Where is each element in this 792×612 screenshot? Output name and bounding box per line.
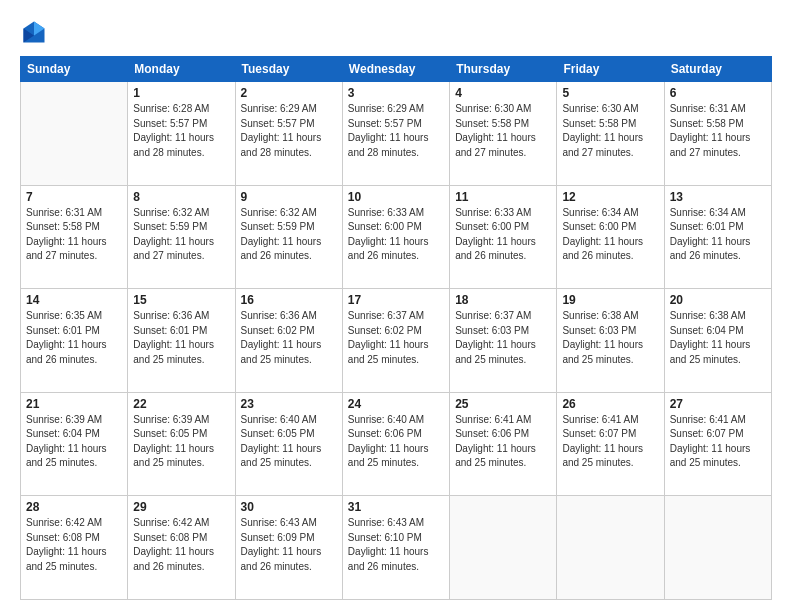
calendar-cell: 11Sunrise: 6:33 AM Sunset: 6:00 PM Dayli… [450, 185, 557, 289]
day-info: Sunrise: 6:30 AM Sunset: 5:58 PM Dayligh… [455, 102, 551, 160]
day-number: 16 [241, 293, 337, 307]
calendar-cell: 14Sunrise: 6:35 AM Sunset: 6:01 PM Dayli… [21, 289, 128, 393]
calendar-cell: 10Sunrise: 6:33 AM Sunset: 6:00 PM Dayli… [342, 185, 449, 289]
day-info: Sunrise: 6:37 AM Sunset: 6:02 PM Dayligh… [348, 309, 444, 367]
calendar-body: 1Sunrise: 6:28 AM Sunset: 5:57 PM Daylig… [21, 82, 772, 600]
day-info: Sunrise: 6:43 AM Sunset: 6:10 PM Dayligh… [348, 516, 444, 574]
header [20, 18, 772, 46]
calendar-weekday-sunday: Sunday [21, 57, 128, 82]
day-number: 20 [670, 293, 766, 307]
calendar-week-1: 7Sunrise: 6:31 AM Sunset: 5:58 PM Daylig… [21, 185, 772, 289]
calendar-week-3: 21Sunrise: 6:39 AM Sunset: 6:04 PM Dayli… [21, 392, 772, 496]
day-number: 24 [348, 397, 444, 411]
day-info: Sunrise: 6:40 AM Sunset: 6:06 PM Dayligh… [348, 413, 444, 471]
day-info: Sunrise: 6:41 AM Sunset: 6:06 PM Dayligh… [455, 413, 551, 471]
day-info: Sunrise: 6:34 AM Sunset: 6:00 PM Dayligh… [562, 206, 658, 264]
calendar-cell: 21Sunrise: 6:39 AM Sunset: 6:04 PM Dayli… [21, 392, 128, 496]
calendar-weekday-wednesday: Wednesday [342, 57, 449, 82]
calendar-cell: 7Sunrise: 6:31 AM Sunset: 5:58 PM Daylig… [21, 185, 128, 289]
day-number: 1 [133, 86, 229, 100]
day-number: 2 [241, 86, 337, 100]
day-info: Sunrise: 6:38 AM Sunset: 6:03 PM Dayligh… [562, 309, 658, 367]
day-number: 4 [455, 86, 551, 100]
calendar-cell: 15Sunrise: 6:36 AM Sunset: 6:01 PM Dayli… [128, 289, 235, 393]
day-info: Sunrise: 6:38 AM Sunset: 6:04 PM Dayligh… [670, 309, 766, 367]
day-number: 30 [241, 500, 337, 514]
calendar-cell: 26Sunrise: 6:41 AM Sunset: 6:07 PM Dayli… [557, 392, 664, 496]
calendar-cell: 30Sunrise: 6:43 AM Sunset: 6:09 PM Dayli… [235, 496, 342, 600]
calendar-cell: 25Sunrise: 6:41 AM Sunset: 6:06 PM Dayli… [450, 392, 557, 496]
calendar-cell: 20Sunrise: 6:38 AM Sunset: 6:04 PM Dayli… [664, 289, 771, 393]
day-info: Sunrise: 6:36 AM Sunset: 6:02 PM Dayligh… [241, 309, 337, 367]
day-number: 22 [133, 397, 229, 411]
day-number: 10 [348, 190, 444, 204]
calendar-cell: 3Sunrise: 6:29 AM Sunset: 5:57 PM Daylig… [342, 82, 449, 186]
day-info: Sunrise: 6:36 AM Sunset: 6:01 PM Dayligh… [133, 309, 229, 367]
calendar-table: SundayMondayTuesdayWednesdayThursdayFrid… [20, 56, 772, 600]
calendar-weekday-thursday: Thursday [450, 57, 557, 82]
calendar-cell: 1Sunrise: 6:28 AM Sunset: 5:57 PM Daylig… [128, 82, 235, 186]
calendar-weekday-monday: Monday [128, 57, 235, 82]
calendar-cell: 4Sunrise: 6:30 AM Sunset: 5:58 PM Daylig… [450, 82, 557, 186]
calendar-cell: 18Sunrise: 6:37 AM Sunset: 6:03 PM Dayli… [450, 289, 557, 393]
calendar-cell [664, 496, 771, 600]
day-info: Sunrise: 6:31 AM Sunset: 5:58 PM Dayligh… [670, 102, 766, 160]
day-info: Sunrise: 6:40 AM Sunset: 6:05 PM Dayligh… [241, 413, 337, 471]
calendar-cell: 31Sunrise: 6:43 AM Sunset: 6:10 PM Dayli… [342, 496, 449, 600]
calendar-cell: 9Sunrise: 6:32 AM Sunset: 5:59 PM Daylig… [235, 185, 342, 289]
day-number: 7 [26, 190, 122, 204]
calendar-week-4: 28Sunrise: 6:42 AM Sunset: 6:08 PM Dayli… [21, 496, 772, 600]
calendar-cell: 27Sunrise: 6:41 AM Sunset: 6:07 PM Dayli… [664, 392, 771, 496]
day-number: 31 [348, 500, 444, 514]
calendar-week-0: 1Sunrise: 6:28 AM Sunset: 5:57 PM Daylig… [21, 82, 772, 186]
day-info: Sunrise: 6:30 AM Sunset: 5:58 PM Dayligh… [562, 102, 658, 160]
day-info: Sunrise: 6:41 AM Sunset: 6:07 PM Dayligh… [562, 413, 658, 471]
calendar-weekday-friday: Friday [557, 57, 664, 82]
day-number: 21 [26, 397, 122, 411]
day-number: 8 [133, 190, 229, 204]
day-info: Sunrise: 6:28 AM Sunset: 5:57 PM Dayligh… [133, 102, 229, 160]
calendar-cell [450, 496, 557, 600]
day-number: 17 [348, 293, 444, 307]
calendar-cell: 19Sunrise: 6:38 AM Sunset: 6:03 PM Dayli… [557, 289, 664, 393]
day-number: 29 [133, 500, 229, 514]
day-info: Sunrise: 6:37 AM Sunset: 6:03 PM Dayligh… [455, 309, 551, 367]
calendar-header-row: SundayMondayTuesdayWednesdayThursdayFrid… [21, 57, 772, 82]
day-number: 19 [562, 293, 658, 307]
day-info: Sunrise: 6:39 AM Sunset: 6:04 PM Dayligh… [26, 413, 122, 471]
calendar-cell: 24Sunrise: 6:40 AM Sunset: 6:06 PM Dayli… [342, 392, 449, 496]
day-number: 14 [26, 293, 122, 307]
day-info: Sunrise: 6:41 AM Sunset: 6:07 PM Dayligh… [670, 413, 766, 471]
calendar-cell: 2Sunrise: 6:29 AM Sunset: 5:57 PM Daylig… [235, 82, 342, 186]
calendar-cell: 17Sunrise: 6:37 AM Sunset: 6:02 PM Dayli… [342, 289, 449, 393]
day-number: 13 [670, 190, 766, 204]
day-info: Sunrise: 6:32 AM Sunset: 5:59 PM Dayligh… [241, 206, 337, 264]
calendar-cell [21, 82, 128, 186]
calendar-cell: 8Sunrise: 6:32 AM Sunset: 5:59 PM Daylig… [128, 185, 235, 289]
day-info: Sunrise: 6:42 AM Sunset: 6:08 PM Dayligh… [26, 516, 122, 574]
calendar-weekday-tuesday: Tuesday [235, 57, 342, 82]
day-number: 28 [26, 500, 122, 514]
day-number: 27 [670, 397, 766, 411]
day-info: Sunrise: 6:34 AM Sunset: 6:01 PM Dayligh… [670, 206, 766, 264]
calendar-weekday-saturday: Saturday [664, 57, 771, 82]
calendar-header: SundayMondayTuesdayWednesdayThursdayFrid… [21, 57, 772, 82]
calendar-cell: 29Sunrise: 6:42 AM Sunset: 6:08 PM Dayli… [128, 496, 235, 600]
day-info: Sunrise: 6:43 AM Sunset: 6:09 PM Dayligh… [241, 516, 337, 574]
logo-icon [20, 18, 48, 46]
calendar-cell: 12Sunrise: 6:34 AM Sunset: 6:00 PM Dayli… [557, 185, 664, 289]
calendar-cell [557, 496, 664, 600]
day-number: 25 [455, 397, 551, 411]
day-number: 11 [455, 190, 551, 204]
calendar-cell: 22Sunrise: 6:39 AM Sunset: 6:05 PM Dayli… [128, 392, 235, 496]
calendar-cell: 5Sunrise: 6:30 AM Sunset: 5:58 PM Daylig… [557, 82, 664, 186]
calendar-cell: 13Sunrise: 6:34 AM Sunset: 6:01 PM Dayli… [664, 185, 771, 289]
calendar-cell: 16Sunrise: 6:36 AM Sunset: 6:02 PM Dayli… [235, 289, 342, 393]
day-info: Sunrise: 6:29 AM Sunset: 5:57 PM Dayligh… [241, 102, 337, 160]
day-info: Sunrise: 6:33 AM Sunset: 6:00 PM Dayligh… [348, 206, 444, 264]
calendar-cell: 6Sunrise: 6:31 AM Sunset: 5:58 PM Daylig… [664, 82, 771, 186]
day-info: Sunrise: 6:35 AM Sunset: 6:01 PM Dayligh… [26, 309, 122, 367]
day-number: 23 [241, 397, 337, 411]
day-number: 5 [562, 86, 658, 100]
calendar-cell: 23Sunrise: 6:40 AM Sunset: 6:05 PM Dayli… [235, 392, 342, 496]
